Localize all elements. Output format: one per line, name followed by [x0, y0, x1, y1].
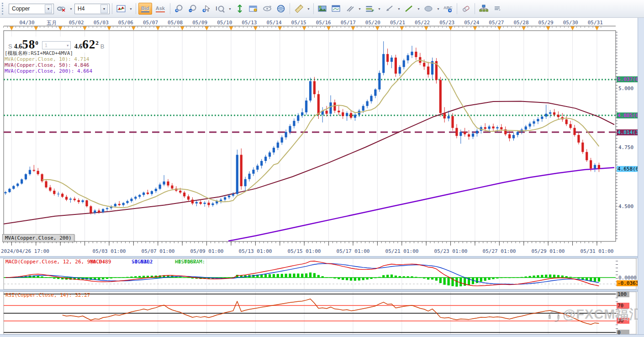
top-axis-label: 05/06 — [118, 20, 133, 26]
top-axis-label: 05/15 — [291, 20, 306, 26]
macd-value: -0.0489 — [90, 259, 111, 265]
ask-price-pip: 2 — [95, 39, 99, 47]
top-axis-label: 05/20 — [365, 20, 380, 26]
bottom-axis-label: 2024/04/26 17:00 — [1, 248, 49, 254]
bottom-axis-label: 05/17 01:00 — [337, 248, 370, 254]
buy-label: B — [100, 43, 105, 50]
bottom-axis-label: 05/21 01:00 — [385, 248, 419, 254]
bid-price-pip: 0 — [35, 39, 38, 47]
price-axis-label: 5.000 — [618, 86, 633, 91]
macd-label: MACD(Copper.Close, 12, 26, 9) — [5, 259, 93, 265]
mva200-value: 4.664 — [77, 68, 92, 74]
top-axis-label: 05/09 — [192, 20, 207, 26]
pane-splitter[interactable] — [0, 289, 638, 292]
top-axis-label: 05/29 — [538, 20, 554, 26]
mva10-label: MVA(Copper.Close, 10): — [5, 56, 71, 62]
bottom-axis-label: 05/27 01:00 — [483, 248, 516, 254]
price-axis-label: 4.500 — [618, 203, 633, 209]
top-axis-label: 05/03 — [94, 20, 109, 26]
bottom-axis-label: 05/03 01:00 — [93, 248, 126, 254]
top-axis-label: 05/16 — [316, 20, 331, 26]
bid-price-small: 4.6 — [14, 43, 22, 50]
template-name: [模板名称:RSI+MACD+4MVA] — [5, 50, 92, 56]
bottom-scroll-strip[interactable] — [0, 334, 644, 337]
mva10-value: 4.714 — [74, 56, 89, 62]
top-axis-label: 05/08 — [168, 20, 183, 26]
bottom-axis-label: 05/29 01:00 — [532, 248, 565, 254]
right-scroll-strip[interactable] — [638, 18, 644, 337]
headset-icon — [547, 307, 561, 322]
bottom-axis-label: 05/07 01:00 — [142, 248, 175, 254]
top-axis-label: 05/14 — [266, 20, 281, 26]
lot-value: 1 — [45, 43, 48, 48]
watermark: @FXCM福汇 — [547, 305, 643, 324]
sell-label: S — [8, 43, 12, 50]
price-tag: 4.658(0) — [617, 166, 639, 172]
bottom-axis-label: 05/13 01:00 — [239, 248, 272, 254]
top-axis-label: 05/07 — [143, 20, 158, 26]
top-axis-label: 05/23 — [439, 20, 454, 26]
top-axis-label: 05/17 — [341, 20, 356, 26]
mva50-label: MVA(Copper.Close, 50): — [5, 62, 71, 68]
price-tag: 5.037(0) — [617, 76, 639, 82]
macd-axis-tag: -0.0363 — [617, 280, 639, 286]
top-axis-label: 05/31 — [588, 20, 603, 26]
mva200-label: MVA(Copper.Close, 200): — [5, 68, 74, 74]
top-axis-label: 05/13 — [242, 20, 257, 26]
ask-price-small: 4.6 — [74, 43, 83, 50]
top-axis-label: 05/02 — [69, 20, 84, 26]
rsi-readout: RSI(Copper.Close, 14): 32.27 — [5, 292, 90, 298]
top-axis-label: 05/28 — [513, 20, 528, 26]
ma-tooltip: MVA(Copper.Close, 200) — [2, 234, 74, 242]
top-axis-label: 05/22 — [415, 20, 430, 26]
price-tag: 4.885(0) — [617, 112, 639, 118]
price-tag: 4.814(3) — [617, 129, 639, 135]
bottom-axis-label: 05/31 01:00 — [581, 248, 614, 254]
top-axis-label: 05/30 — [563, 20, 578, 26]
histogram-value: -0.0187 — [175, 259, 196, 265]
price-axis-label: 4.750 — [618, 144, 633, 150]
top-axis-label: 04/30 — [19, 20, 34, 26]
macd-readout: MACD(Copper.Close, 12, 26, 9) MACD: -0.0… — [5, 259, 280, 265]
bottom-axis-label: 05/15 01:00 — [288, 248, 321, 254]
bid-price-big: 58 — [22, 37, 35, 52]
rsi-axis-tag: 100 — [617, 291, 629, 297]
top-axis-label: 五月 — [47, 20, 57, 27]
pane-splitter[interactable] — [0, 256, 638, 258]
mva50-value: 4.846 — [74, 62, 89, 68]
top-axis-label: 05/27 — [489, 20, 504, 26]
watermark-text: @FXCM福汇 — [563, 305, 643, 324]
lot-size-select[interactable]: 1 ▼ — [42, 41, 71, 49]
top-axis-label: 05/21 — [390, 20, 405, 26]
top-axis-label: 05/24 — [464, 20, 479, 26]
signal-value: -0.0302 — [132, 259, 153, 265]
bottom-axis-label: 05/09 01:00 — [190, 248, 224, 254]
top-axis-label: 05/10 — [217, 20, 232, 26]
bottom-axis-label: 05/23 01:00 — [434, 248, 468, 254]
indicator-readout: [模板名称:RSI+MACD+4MVA] MVA(Copper.Close, 1… — [5, 50, 92, 74]
ask-price-big: 62 — [82, 37, 95, 52]
chevron-down-icon[interactable]: ▼ — [66, 44, 69, 47]
chart-window: Copper ▼ ✕ ▼ H4 ▼ ▼ Bid Ask + − + I — [0, 0, 644, 337]
